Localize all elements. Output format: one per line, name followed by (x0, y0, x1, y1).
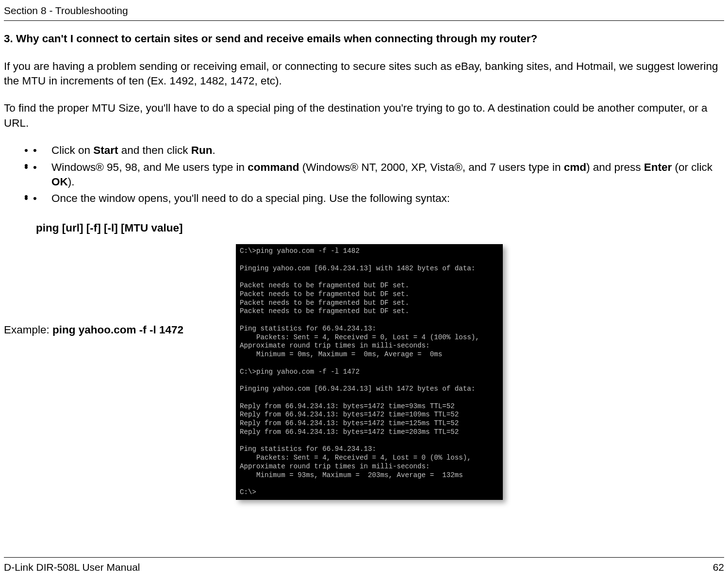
step-3: • Once the window opens, you'll need to … (24, 191, 724, 206)
step-1-pre: Click on (51, 144, 93, 156)
step-2-mid: (Windows® NT, 2000, XP, Vista®, and 7 us… (299, 161, 564, 173)
inner-bullet: • (33, 143, 37, 158)
step-2-or: (or click (672, 161, 712, 173)
ping-syntax: ping [url] [-f] [-l] [MTU value] (36, 221, 724, 235)
step-1-run: Run (191, 144, 213, 156)
example-column: Example: ping yahoo.com -f -l 1472 (4, 235, 236, 337)
section-header: Section 8 - Troubleshooting (4, 0, 724, 21)
example-command: ping yahoo.com -f -l 1472 (52, 324, 183, 336)
step-1-post: . (212, 144, 215, 156)
terminal-wrapper: C:\>ping yahoo.com -f -l 1482 Pinging ya… (236, 244, 503, 500)
step-2-pre: Windows® 95, 98, and Me users type in (51, 161, 248, 173)
inner-bullet: • (33, 160, 37, 175)
page-footer: D-Link DIR-508L User Manual 62 (4, 557, 724, 574)
step-3-text: Once the window opens, you'll need to do… (51, 192, 450, 204)
step-2-enter: Enter (644, 161, 672, 173)
steps-list: • Click on Start and then click Run. • W… (24, 143, 724, 206)
step-2: • Windows® 95, 98, and Me users type in … (24, 160, 724, 190)
example-row: Example: ping yahoo.com -f -l 1472 C:\>p… (4, 235, 724, 500)
paragraph-2: To find the proper MTU Size, you'll have… (4, 101, 724, 131)
faq-question: 3. Why can't I connect to certain sites … (4, 32, 724, 46)
command-prompt-screenshot: C:\>ping yahoo.com -f -l 1482 Pinging ya… (236, 244, 503, 500)
footer-manual-title: D-Link DIR-508L User Manual (4, 561, 140, 574)
section-title: Section 8 - Troubleshooting (4, 5, 128, 16)
page-content: 3. Why can't I connect to certain sites … (0, 32, 728, 500)
footer-page-number: 62 (713, 561, 724, 574)
step-2-ok: OK (51, 176, 68, 188)
step-2-post2: ). (68, 176, 75, 188)
paragraph-1: If you are having a problem sending or r… (4, 59, 724, 89)
step-1: • Click on Start and then click Run. (24, 143, 724, 158)
inner-bullet: • (33, 191, 37, 206)
example-label: Example: (4, 324, 52, 336)
step-1-start: Start (93, 144, 118, 156)
step-2-cmd1: command (248, 161, 299, 173)
step-2-cmd2: cmd (564, 161, 586, 173)
step-1-mid: and then click (118, 144, 191, 156)
step-2-post1: ) and press (586, 161, 644, 173)
